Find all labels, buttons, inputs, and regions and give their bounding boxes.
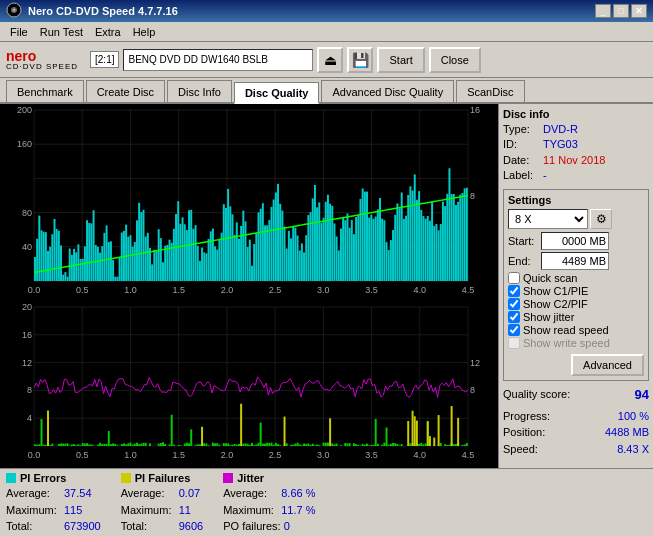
- jitter-avg: Average: 8.66 %: [223, 485, 315, 502]
- close-button[interactable]: ✕: [631, 4, 647, 18]
- disc-date-label: Date:: [503, 153, 543, 168]
- advanced-button[interactable]: Advanced: [571, 354, 644, 376]
- pi-failures-title: PI Failures: [121, 472, 203, 484]
- pi-errors-max-value: 115: [64, 502, 82, 519]
- start-input-row: Start:: [508, 232, 644, 250]
- pi-failures-total-label: Total:: [121, 518, 176, 535]
- settings-title: Settings: [508, 194, 644, 206]
- speed-row-prog: Speed: 8.43 X: [503, 441, 649, 458]
- pi-errors-group: PI Errors Average: 37.54 Maximum: 115 To…: [6, 472, 101, 533]
- top-chart: [2, 106, 496, 301]
- settings-section: Settings 8 X ⚙ Start: End: Quick scan: [503, 189, 649, 381]
- jitter-checkbox[interactable]: [508, 311, 520, 323]
- tab-scandisc[interactable]: ScanDisc: [456, 80, 524, 102]
- quality-score-label: Quality score:: [503, 388, 570, 400]
- jitter-row: Show jitter: [508, 311, 644, 323]
- bottom-chart: [2, 303, 496, 466]
- pi-failures-avg: Average: 0.07: [121, 485, 203, 502]
- disc-type-value: DVD-R: [543, 122, 578, 137]
- pi-errors-avg-label: Average:: [6, 485, 61, 502]
- end-input-row: End:: [508, 252, 644, 270]
- tab-benchmark[interactable]: Benchmark: [6, 80, 84, 102]
- pi-errors-total: Total: 673900: [6, 518, 101, 535]
- menu-file[interactable]: File: [4, 25, 34, 39]
- jitter-po-value: 0: [284, 518, 290, 535]
- disc-date-value: 11 Nov 2018: [543, 153, 605, 168]
- disc-info-title: Disc info: [503, 108, 649, 120]
- top-chart-canvas: [2, 106, 496, 301]
- drive-selector[interactable]: BENQ DVD DD DW1640 BSLB: [123, 49, 313, 71]
- pi-errors-total-label: Total:: [6, 518, 61, 535]
- jitter-po: PO failures: 0: [223, 518, 315, 535]
- pi-failures-avg-label: Average:: [121, 485, 176, 502]
- disc-label-value: -: [543, 168, 547, 183]
- save-icon-btn[interactable]: 💾: [347, 47, 373, 73]
- pi-failures-max: Maximum: 11: [121, 502, 203, 519]
- read-speed-label: Show read speed: [523, 324, 609, 336]
- read-speed-row: Show read speed: [508, 324, 644, 336]
- tab-disc-quality[interactable]: Disc Quality: [234, 82, 320, 104]
- drive-label: [2:1]: [90, 51, 119, 68]
- read-speed-checkbox[interactable]: [508, 324, 520, 336]
- jitter-avg-value: 8.66 %: [281, 485, 315, 502]
- media-icon-btn[interactable]: ⏏: [317, 47, 343, 73]
- progress-label: Progress:: [503, 408, 550, 425]
- quality-score-row: Quality score: 94: [503, 387, 649, 402]
- start-label: Start:: [508, 235, 538, 247]
- write-speed-label: Show write speed: [523, 337, 610, 349]
- pi-errors-total-value: 673900: [64, 518, 101, 535]
- start-button[interactable]: Start: [377, 47, 424, 73]
- bottom-stats: PI Errors Average: 37.54 Maximum: 115 To…: [0, 468, 653, 536]
- menu-extra[interactable]: Extra: [89, 25, 127, 39]
- quality-score-value: 94: [635, 387, 649, 402]
- jitter-max-value: 11.7 %: [281, 502, 315, 519]
- c2pif-row: Show C2/PIF: [508, 298, 644, 310]
- c1pie-row: Show C1/PIE: [508, 285, 644, 297]
- c2pif-checkbox[interactable]: [508, 298, 520, 310]
- jitter-color: [223, 473, 233, 483]
- tab-advanced-disc-quality[interactable]: Advanced Disc Quality: [321, 80, 454, 102]
- minimize-button[interactable]: _: [595, 4, 611, 18]
- disc-type-row: Type: DVD-R: [503, 122, 649, 137]
- speed-select[interactable]: 8 X: [508, 209, 588, 229]
- menu-help[interactable]: Help: [127, 25, 162, 39]
- chart-area: [0, 104, 498, 468]
- tab-disc-info[interactable]: Disc Info: [167, 80, 232, 102]
- jitter-max: Maximum: 11.7 %: [223, 502, 315, 519]
- c1pie-label: Show C1/PIE: [523, 285, 588, 297]
- c1pie-checkbox[interactable]: [508, 285, 520, 297]
- position-label: Position:: [503, 424, 545, 441]
- pi-errors-color: [6, 473, 16, 483]
- disc-type-label: Type:: [503, 122, 543, 137]
- jitter-label: Show jitter: [523, 311, 574, 323]
- tab-create-disc[interactable]: Create Disc: [86, 80, 165, 102]
- jitter-group: Jitter Average: 8.66 % Maximum: 11.7 % P…: [223, 472, 315, 533]
- disc-label-row: Label: -: [503, 168, 649, 183]
- quick-scan-checkbox[interactable]: [508, 272, 520, 284]
- pi-errors-title: PI Errors: [6, 472, 101, 484]
- pi-failures-avg-value: 0.07: [179, 485, 200, 502]
- write-speed-checkbox[interactable]: [508, 337, 520, 349]
- pi-errors-avg: Average: 37.54: [6, 485, 101, 502]
- speed-icon-btn[interactable]: ⚙: [590, 209, 612, 229]
- drive-combo[interactable]: BENQ DVD DD DW1640 BSLB: [123, 49, 313, 71]
- end-input[interactable]: [541, 252, 609, 270]
- quick-scan-label: Quick scan: [523, 272, 577, 284]
- start-input[interactable]: [541, 232, 609, 250]
- maximize-button[interactable]: □: [613, 4, 629, 18]
- close-button-toolbar[interactable]: Close: [429, 47, 481, 73]
- write-speed-row: Show write speed: [508, 337, 644, 349]
- c2pif-label: Show C2/PIF: [523, 298, 588, 310]
- pi-failures-total-value: 9606: [179, 518, 203, 535]
- tabs-bar: Benchmark Create Disc Disc Info Disc Qua…: [0, 78, 653, 104]
- title-bar-buttons: _ □ ✕: [595, 4, 647, 18]
- pi-errors-max: Maximum: 115: [6, 502, 101, 519]
- quick-scan-row: Quick scan: [508, 272, 644, 284]
- menu-run-test[interactable]: Run Test: [34, 25, 89, 39]
- jitter-po-label: PO failures:: [223, 518, 280, 535]
- jitter-max-label: Maximum:: [223, 502, 278, 519]
- window-title: Nero CD-DVD Speed 4.7.7.16: [28, 5, 595, 17]
- pi-failures-group: PI Failures Average: 0.07 Maximum: 11 To…: [121, 472, 203, 533]
- position-value: 4488 MB: [605, 424, 649, 441]
- pi-failures-max-value: 11: [179, 502, 191, 519]
